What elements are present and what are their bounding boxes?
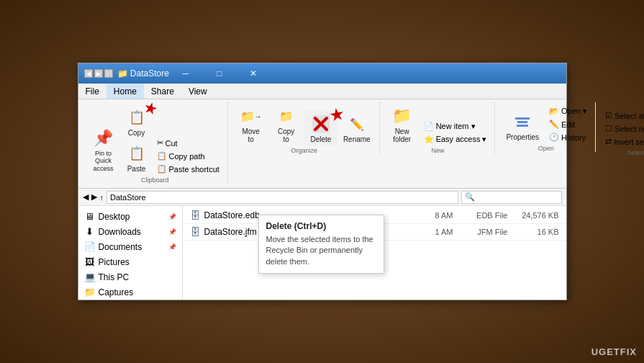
edit-label: Edit — [561, 120, 575, 129]
pictures-icon: 🖼 — [84, 256, 96, 267]
paste-icon: 📋 — [125, 142, 148, 165]
nav-desktop[interactable]: 🖥 Desktop 📌 — [78, 209, 182, 224]
nav-captures[interactable]: 📁 Captures — [78, 284, 182, 300]
new-buttons: 📁 New folder 📄 New item ▾ ⭐ Easy access … — [386, 102, 491, 145]
select-none-btn[interactable]: ☐ Select none — [602, 122, 644, 135]
explorer-window: ◀ ▶ ↑ 📁 DataStore ─ □ ✕ File Home Share … — [78, 63, 567, 300]
properties-label: Properties — [506, 133, 539, 141]
title-bar-nav: ◀ ▶ ↑ — [84, 69, 113, 78]
organize-group: 📁 → Move to 📁 Copy to — [230, 102, 380, 154]
tooltip-title: Delete (Ctrl+D) — [266, 221, 376, 231]
paste-shortcut-label: Paste shortcut — [169, 165, 219, 174]
history-btn[interactable]: 🕐 History — [545, 131, 589, 143]
tooltip-description: Move the selected items to the Recycle B… — [266, 234, 376, 267]
title-bar: ◀ ▶ ↑ 📁 DataStore ─ □ ✕ — [78, 63, 566, 84]
search-icon: 🔍 — [465, 192, 475, 202]
select-none-icon: ☐ — [605, 124, 612, 133]
open-btn[interactable]: 📂 Open ▾ — [545, 105, 591, 117]
copy-label: Copy — [128, 129, 145, 137]
address-path[interactable]: DataStore — [106, 191, 458, 204]
file-type-2: JFM File — [458, 228, 508, 236]
new-item-icon: 📄 — [424, 122, 434, 131]
minimize-btn[interactable]: ─ — [169, 63, 202, 84]
edit-btn[interactable]: ✏️ Edit — [545, 118, 579, 130]
select-group: ☑ Select all ☐ Select none ⇄ Invert sele… — [597, 102, 644, 156]
copy-paste-group: 📋 Copy ★ 📋 Paste — [122, 102, 152, 175]
delete-star-indicator: ★ — [327, 103, 347, 125]
file-icon-1: 🗄 — [190, 210, 200, 221]
nav-documents[interactable]: 📄 Documents 📌 — [78, 239, 182, 254]
address-path-text: DataStore — [110, 193, 146, 202]
file-type-1: EDB File — [458, 211, 508, 220]
pin-indicator: 📌 — [168, 213, 176, 220]
address-nav-up[interactable]: ↑ — [100, 193, 104, 202]
invert-selection-btn[interactable]: ⇄ Invert selection — [602, 135, 644, 148]
close-btn[interactable]: ✕ — [237, 63, 270, 84]
copy-to-label: Copy to — [274, 127, 298, 143]
pin-indicator-3: 📌 — [168, 243, 176, 251]
title-bar-icon: 📁 — [117, 68, 128, 79]
properties-icon — [511, 110, 534, 133]
file-size-1: 24,576 KB — [512, 211, 559, 220]
open-buttons: Properties 📂 Open ▾ ✏️ Edit 🕐 History — [501, 102, 591, 143]
nav-downloads[interactable]: ⬇ Downloads 📌 — [78, 224, 182, 239]
pin-indicator-2: 📌 — [168, 228, 176, 236]
nav-documents-label: Documents — [99, 242, 142, 252]
nav-captures-label: Captures — [99, 287, 134, 297]
copy-to-btn[interactable]: 📁 Copy to — [269, 102, 303, 145]
easy-access-label: Easy access ▾ — [436, 135, 487, 144]
search-box[interactable]: 🔍 — [461, 191, 562, 204]
delete-wrapper: Delete ★ — [304, 110, 337, 145]
scissors-icon: ✂ — [157, 138, 163, 148]
documents-icon: 📄 — [84, 241, 96, 252]
properties-btn[interactable]: Properties — [501, 108, 544, 143]
menu-file[interactable]: File — [78, 84, 106, 99]
file-date-2: 1 AM — [410, 228, 453, 236]
organize-label: Organize — [291, 145, 317, 154]
address-nav-back[interactable]: ◀ — [83, 192, 89, 202]
select-all-icon: ☑ — [605, 111, 612, 120]
clipboard-buttons: 📌 Pin to Quick access 📋 Copy ★ — [87, 102, 223, 175]
easy-access-btn[interactable]: ⭐ Easy access ▾ — [420, 133, 491, 145]
copy-path-label: Copy path — [169, 152, 205, 161]
pin-quick-access-btn[interactable]: 📌 Pin to Quick access — [87, 125, 120, 175]
open-group: Properties 📂 Open ▾ ✏️ Edit 🕐 History — [496, 102, 596, 152]
ribbon: 📌 Pin to Quick access 📋 Copy ★ — [78, 99, 566, 189]
select-all-btn[interactable]: ☑ Select all — [602, 109, 644, 122]
new-folder-label: New folder — [391, 127, 414, 143]
copy-btn-wrapper: 📋 Copy ★ — [122, 104, 152, 139]
title-bar-title: DataStore — [130, 68, 169, 79]
move-to-btn[interactable]: 📁 → Move to — [234, 102, 268, 145]
open-small-group: 📂 Open ▾ ✏️ Edit 🕐 History — [545, 102, 591, 143]
select-buttons: ☑ Select all ☐ Select none ⇄ Invert sele… — [602, 102, 644, 148]
paste-label: Paste — [127, 165, 146, 173]
open-label: Open — [538, 143, 554, 152]
maximize-btn[interactable]: □ — [203, 63, 236, 84]
paste-shortcut-btn[interactable]: 📋 Paste shortcut — [153, 163, 223, 175]
nav-up-btn[interactable]: ↑ — [104, 69, 113, 78]
new-folder-btn[interactable]: 📁 New folder — [386, 102, 419, 145]
nav-downloads-label: Downloads — [99, 227, 141, 237]
address-nav-forward[interactable]: ▶ — [91, 192, 97, 202]
file-size-2: 16 KB — [512, 228, 559, 236]
new-item-btn[interactable]: 📄 New item ▾ — [420, 120, 479, 133]
menu-bar: File Home Share View — [78, 84, 566, 99]
content-area: 🗄 DataStore.edb 8 AM EDB File 24,576 KB … — [183, 206, 566, 300]
nav-back-btn[interactable]: ◀ — [84, 69, 93, 78]
cut-btn[interactable]: ✂ Cut — [153, 137, 181, 149]
rename-label: Rename — [343, 135, 371, 143]
menu-share[interactable]: Share — [144, 84, 181, 99]
paste-btn[interactable]: 📋 Paste — [122, 140, 152, 175]
copy-path-btn[interactable]: 📋 Copy path — [153, 150, 209, 162]
select-none-label: Select none — [614, 125, 644, 133]
pin-icon: 📌 — [92, 127, 115, 150]
select-label: Select — [627, 148, 644, 156]
nav-forward-btn[interactable]: ▶ — [94, 69, 103, 78]
file-icon-2: 🗄 — [190, 226, 200, 238]
nav-pictures[interactable]: 🖼 Pictures — [78, 254, 182, 269]
invert-label: Invert selection — [614, 138, 644, 146]
menu-home[interactable]: Home — [106, 84, 144, 99]
nav-this-pc[interactable]: 💻 This PC — [78, 269, 182, 284]
move-to-icon: 📁 → — [240, 104, 263, 127]
menu-view[interactable]: View — [181, 84, 214, 99]
